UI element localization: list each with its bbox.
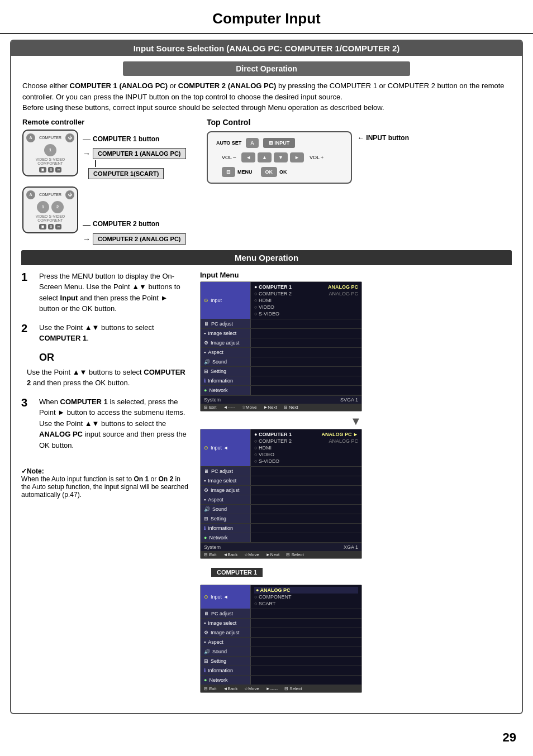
page-title: Computer Input: [0, 0, 533, 34]
step3-analogpc-bold: ANALOG PC: [39, 430, 83, 438]
ms3-analogpc: ● ANALOG PC: [254, 587, 358, 594]
ms1-imagesel: ▪ Image select: [201, 329, 251, 338]
ms3-imagesel-right: [251, 619, 361, 628]
ms2-imagesel: ▪ Image select: [201, 476, 251, 485]
step-2-text: Use the Point ▲▼ buttons to select COMPU…: [39, 322, 189, 344]
ms2-system-label: System: [204, 544, 221, 550]
input-menu-label: Input Menu: [200, 271, 512, 279]
ms1-computer2: COMPUTER 2 ANALOG PC: [254, 290, 358, 297]
ms1-footer: ⊟ Exit ◄----- ☆Move ►Next ⊟ Next: [201, 404, 361, 411]
ms3-input-right: ● ANALOG PC COMPONENT SCART: [251, 585, 361, 609]
ms1-info: ℹ Information: [201, 376, 251, 385]
vol-minus-label: VOL –: [222, 155, 236, 160]
ms1-back: ◄-----: [223, 405, 235, 410]
ms2-setting: ⊞ Setting: [201, 514, 251, 523]
step-or: OR: [39, 352, 189, 363]
ms3-footer: ⊟ Exit ◄Back ☆Move ►----- ⊟ Select: [201, 685, 361, 692]
ms3-scart: SCART: [254, 600, 358, 607]
ms1-exit: ⊟ Exit: [204, 405, 217, 410]
ms2-system-val: XGA 1: [344, 544, 358, 550]
ms1-pcadjust: 🖥 PC adjust: [201, 319, 251, 328]
ms2-imageadj: ⚙ Image adjust: [201, 486, 251, 495]
ms3-pcadjust-row: 🖥 PC adjust: [201, 609, 361, 619]
computer1-badge: COMPUTER 1: [211, 568, 263, 577]
ms1-input-right: ● COMPUTER 1 ANALOG PC COMPUTER 2 ANALOG…: [251, 282, 361, 319]
remote-disk-1: 1: [44, 144, 56, 156]
computer1-button-label: COMPUTER 1 button: [93, 134, 159, 145]
ms2-sound-row: 🔊 Sound: [201, 505, 361, 514]
ms2-footer: ⊟ Exit ◄Back ☆Move ►Next ⊟ Select: [201, 551, 361, 558]
step-or-detail: Use the Point ▲▼ buttons to select COMPU…: [27, 367, 189, 389]
remote-video: ▣: [39, 167, 46, 173]
ms2-info: ℹ Information: [201, 524, 251, 533]
ms2-select: ⊟ Select: [286, 552, 303, 557]
ms3-aspect-right: [251, 638, 361, 647]
computer-label-1: COMPUTER: [39, 136, 61, 140]
ms2-exit: ⊟ Exit: [204, 552, 217, 557]
ms1-sound: 🔊 Sound: [201, 357, 251, 366]
ms2-aspect-row: ▪ Aspect: [201, 495, 361, 505]
ms3-component: COMPONENT: [254, 594, 358, 600]
note-title: ✓Note:: [21, 467, 44, 475]
ms2-system-row: System XGA 1: [201, 543, 361, 551]
step2-computer1-bold: COMPUTER 1: [39, 334, 87, 342]
ms2-sound-right: [251, 505, 361, 514]
ms1-system-row: System SVGA 1: [201, 395, 361, 404]
ms1-computer1: ● COMPUTER 1 ANALOG PC: [254, 284, 358, 290]
ms1-next1: ►Next: [263, 405, 277, 410]
ms2-pcadjust: 🖥 PC adjust: [201, 467, 251, 476]
step-1: 1 Press the MENU button to display the O…: [21, 271, 189, 314]
menu-label: MENU: [237, 169, 253, 175]
left-diagram: Remote controller A COMPUTER ⏻ 1: [22, 118, 196, 246]
ms1-setting-right: [251, 367, 361, 376]
ms1-network: ● Network: [201, 386, 251, 395]
ms3-sound-row: 🔊 Sound: [201, 647, 361, 657]
step-2-number: 2: [21, 322, 34, 335]
ms1-video: VIDEO: [254, 304, 358, 310]
remote-power-button: ⏻: [65, 133, 74, 142]
ms3-next1: ►-----: [266, 686, 278, 691]
ms1-hdmi: HDMI: [254, 297, 358, 304]
remote-video-2: ▣: [39, 224, 46, 229]
ms3-imageadj: ⚙ Image adjust: [201, 628, 251, 637]
ms2-setting-right: [251, 514, 361, 523]
ms3-back: ◄Back: [223, 686, 238, 691]
ms1-imagesel-right: [251, 329, 361, 338]
ms3-info: ℹ Information: [201, 666, 251, 675]
menu-screenshot-1: ⊙ Input ● COMPUTER 1 ANALOG PC COMPUTER …: [200, 281, 362, 412]
ms1-network-right: [251, 386, 361, 395]
ms3-exit: ⊟ Exit: [204, 686, 217, 691]
ms2-computer2: COMPUTER 2 ANALOG PC: [254, 438, 358, 444]
main-section: Input Source Selection (ANALOG PC: COMPU…: [10, 40, 523, 714]
ms1-system-label: System: [204, 397, 221, 403]
computer2-button-label: COMPUTER 2 button: [93, 219, 159, 229]
ms1-info-right: [251, 376, 361, 385]
ms2-aspect: ▪ Aspect: [201, 495, 251, 504]
ms1-imageadj-row: ⚙ Image adjust: [201, 338, 361, 348]
ms1-input-left: ⊙ Input: [201, 282, 251, 319]
computer2-label: COMPUTER 2 (ANALOG PC): [178, 82, 277, 90]
computer1-analog-box: COMPUTER 1 (ANALOG PC): [93, 148, 186, 159]
ms2-next1: ►Next: [266, 552, 279, 557]
ms3-imageadj-row: ⚙ Image adjust: [201, 628, 361, 638]
remote-component: ∞: [55, 167, 61, 173]
step3-computer1-bold: COMPUTER 1: [60, 398, 108, 406]
menu-screenshot-3: ⊙ Input ◄ ● ANALOG PC COMPONENT SCART 🖥 …: [200, 585, 362, 693]
remote-controller-1: A COMPUTER ⏻ 1 VIDEO S-VIDEO COMPONENT ▣…: [22, 130, 78, 176]
ms3-setting-row: ⊞ Setting: [201, 657, 361, 666]
ms2-info-row: ℹ Information: [201, 524, 361, 533]
top-control-diagram: AUTO SET A ⊞ INPUT VOL – ◄ ▲ ▼ ► VOL: [207, 131, 352, 184]
right-btn: ►: [290, 152, 304, 162]
ms3-imageadj-right: [251, 628, 361, 637]
direct-operation-body: Choose either COMPUTER 1 (ANALOG PC) or …: [22, 80, 511, 113]
step-3: 3 When COMPUTER 1 is selected, press the…: [21, 396, 189, 451]
ms1-info-row: ℹ Information: [201, 376, 361, 386]
ms1-setting: ⊞ Setting: [201, 367, 251, 376]
ms3-network-row: ● Network: [201, 676, 361, 685]
ms3-move: ☆Move: [244, 686, 259, 691]
ms3-pcadjust-right: [251, 609, 361, 618]
input-button: ⊞ INPUT: [263, 138, 296, 148]
steps-column: 1 Press the MENU button to display the O…: [21, 271, 189, 701]
auto-set-button: A: [246, 138, 259, 148]
ms3-sound: 🔊 Sound: [201, 647, 251, 656]
